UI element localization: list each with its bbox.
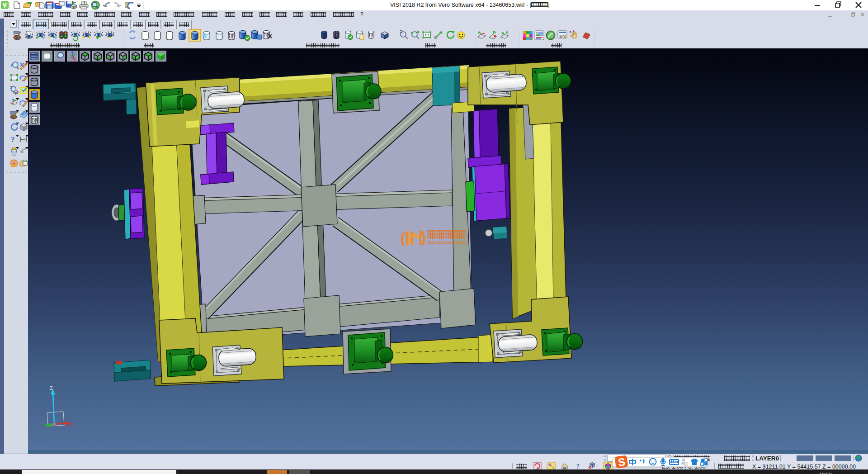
svg-text:X: X (70, 423, 72, 428)
svg-text:1:1: 1:1 (425, 33, 430, 37)
svg-text:?: ? (11, 135, 15, 144)
svg-text:Z: Z (50, 385, 53, 391)
svg-text:?: ? (576, 463, 580, 470)
svg-text:Y: Y (40, 422, 42, 427)
